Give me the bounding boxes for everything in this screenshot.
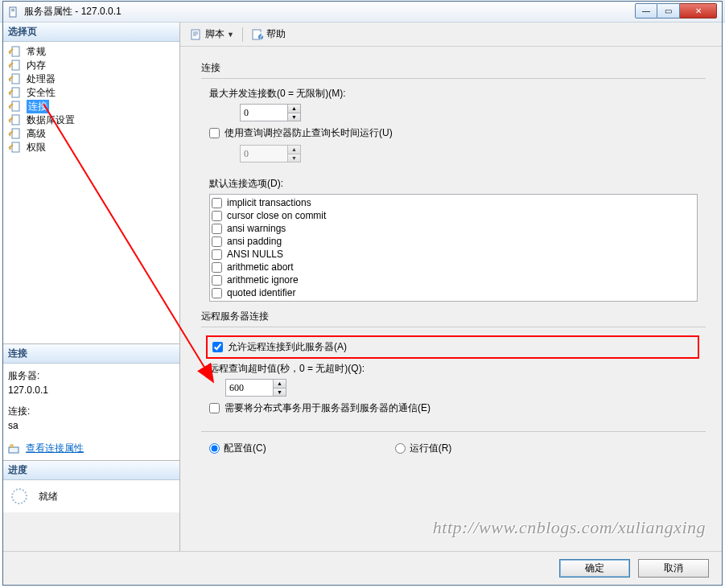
ok-button[interactable]: 确定 bbox=[559, 559, 630, 578]
server-label: 服务器: bbox=[8, 368, 175, 383]
spin-down-icon[interactable]: ▼ bbox=[287, 113, 300, 121]
option-5[interactable]: arithmetic abort bbox=[212, 261, 695, 273]
svg-rect-8 bbox=[12, 115, 19, 125]
svg-rect-7 bbox=[12, 101, 19, 111]
option-7[interactable]: quoted identifier bbox=[212, 286, 695, 299]
toolbar: 脚本 ▼ ? 帮助 bbox=[180, 23, 722, 47]
sidebar-item-7[interactable]: 权限 bbox=[5, 141, 178, 154]
svg-rect-10 bbox=[12, 142, 19, 152]
sidebar-item-2[interactable]: 处理器 bbox=[5, 72, 178, 86]
script-icon bbox=[190, 28, 203, 41]
governor-spinner: ▲▼ bbox=[240, 145, 301, 162]
dialog-footer: 确定 取消 bbox=[3, 551, 722, 585]
page-icon bbox=[8, 114, 24, 126]
svg-rect-3 bbox=[12, 47, 19, 56]
svg-rect-4 bbox=[12, 60, 19, 70]
svg-rect-13 bbox=[192, 30, 200, 39]
require-dtc-label: 需要将分布式事务用于服务器到服务器的通信(E) bbox=[225, 401, 430, 415]
svg-rect-0 bbox=[10, 7, 16, 17]
max-concurrent-spinner[interactable]: ▲▼ bbox=[240, 104, 301, 121]
query-governor-checkbox[interactable] bbox=[209, 128, 220, 138]
right-pane: 脚本 ▼ ? 帮助 连接 最大并发连接数(0 = 无限制)(M): bbox=[180, 23, 722, 551]
svg-text:?: ? bbox=[258, 31, 264, 41]
group-connections: 连接 bbox=[201, 61, 706, 79]
page-tree[interactable]: 常规内存处理器安全性连接数据库设置高级权限 bbox=[3, 42, 179, 343]
config-value-radio[interactable]: 配置值(C) bbox=[209, 442, 266, 455]
page-icon bbox=[8, 101, 24, 113]
option-6[interactable]: arithmetic ignore bbox=[212, 273, 695, 286]
allow-remote-highlight: 允许远程连接到此服务器(A) bbox=[206, 335, 699, 359]
remote-timeout-spinner[interactable]: ▲▼ bbox=[225, 379, 286, 397]
select-page-header: 选择页 bbox=[3, 23, 179, 42]
sidebar-item-0[interactable]: 常规 bbox=[5, 45, 178, 59]
svg-rect-9 bbox=[12, 129, 19, 138]
status-ready: 就绪 bbox=[39, 490, 58, 504]
page-icon bbox=[8, 87, 24, 99]
link-icon bbox=[8, 443, 19, 454]
sidebar-item-1[interactable]: 内存 bbox=[5, 59, 178, 72]
governor-input bbox=[241, 146, 287, 162]
page-icon bbox=[8, 128, 24, 140]
dropdown-arrow-icon: ▼ bbox=[227, 31, 234, 39]
help-button[interactable]: ? 帮助 bbox=[248, 26, 289, 43]
option-4[interactable]: ANSI NULLS bbox=[212, 248, 695, 261]
svg-rect-1 bbox=[11, 9, 14, 10]
allow-remote-label: 允许远程连接到此服务器(A) bbox=[228, 340, 347, 354]
svg-rect-2 bbox=[11, 10, 14, 11]
svg-rect-12 bbox=[10, 445, 13, 447]
script-button[interactable]: 脚本 ▼ bbox=[187, 26, 237, 43]
page-icon bbox=[8, 142, 24, 154]
max-concurrent-input[interactable] bbox=[241, 105, 287, 121]
connection-value: sa bbox=[8, 418, 175, 433]
cancel-button[interactable]: 取消 bbox=[638, 559, 709, 578]
default-options-listbox[interactable]: implicit transactionscursor close on com… bbox=[209, 194, 698, 302]
maximize-button[interactable]: ▭ bbox=[657, 3, 680, 19]
sidebar-item-6[interactable]: 高级 bbox=[5, 127, 178, 141]
default-options-label: 默认连接选项(D): bbox=[209, 177, 283, 191]
server-value: 127.0.0.1 bbox=[8, 383, 175, 397]
view-connection-properties-link[interactable]: 查看连接属性 bbox=[26, 442, 84, 454]
sidebar-item-5[interactable]: 数据库设置 bbox=[5, 113, 178, 127]
title-bar[interactable]: 服务器属性 - 127.0.0.1 — ▭ ✕ bbox=[3, 2, 722, 23]
option-3[interactable]: ansi padding bbox=[212, 235, 695, 248]
connection-header: 连接 bbox=[3, 344, 179, 364]
page-icon bbox=[8, 60, 24, 72]
run-value-radio[interactable]: 运行值(R) bbox=[395, 442, 452, 455]
left-pane: 选择页 常规内存处理器安全性连接数据库设置高级权限 连接 服务器: 127.0.… bbox=[3, 23, 180, 551]
svg-rect-5 bbox=[12, 74, 19, 84]
page-icon bbox=[8, 46, 24, 58]
content-area: 连接 最大并发连接数(0 = 无限制)(M): ▲▼ 使用查询调控器防止查询长时… bbox=[180, 47, 722, 551]
remote-timeout-label: 远程查询超时值(秒，0 = 无超时)(Q): bbox=[209, 362, 365, 376]
connection-label: 连接: bbox=[8, 404, 175, 418]
progress-header: 进度 bbox=[3, 461, 179, 480]
group-remote: 远程服务器连接 bbox=[201, 310, 706, 327]
minimize-button[interactable]: — bbox=[635, 3, 657, 19]
server-icon bbox=[8, 6, 19, 18]
max-concurrent-label: 最大并发连接数(0 = 无限制)(M): bbox=[209, 87, 346, 101]
close-button[interactable]: ✕ bbox=[680, 3, 717, 19]
query-governor-label: 使用查询调控器防止查询长时间运行(U) bbox=[225, 126, 393, 140]
page-icon bbox=[8, 73, 24, 85]
dialog-window: 服务器属性 - 127.0.0.1 — ▭ ✕ 选择页 常规内存处理器安全性连接… bbox=[2, 1, 723, 586]
sidebar-item-4[interactable]: 连接 bbox=[5, 100, 178, 113]
option-0[interactable]: implicit transactions bbox=[212, 196, 695, 209]
remote-timeout-input[interactable] bbox=[226, 380, 273, 396]
help-icon: ? bbox=[251, 28, 264, 41]
svg-rect-6 bbox=[12, 88, 19, 97]
window-title: 服务器属性 - 127.0.0.1 bbox=[24, 5, 122, 19]
allow-remote-checkbox[interactable] bbox=[212, 342, 223, 352]
require-dtc-checkbox[interactable] bbox=[209, 403, 220, 413]
option-2[interactable]: ansi warnings bbox=[212, 222, 695, 235]
option-1[interactable]: cursor close on commit bbox=[212, 209, 695, 222]
spinner-icon bbox=[11, 488, 27, 504]
svg-rect-11 bbox=[9, 447, 19, 453]
spin-up-icon[interactable]: ▲ bbox=[287, 105, 300, 113]
sidebar-item-3[interactable]: 安全性 bbox=[5, 86, 178, 100]
